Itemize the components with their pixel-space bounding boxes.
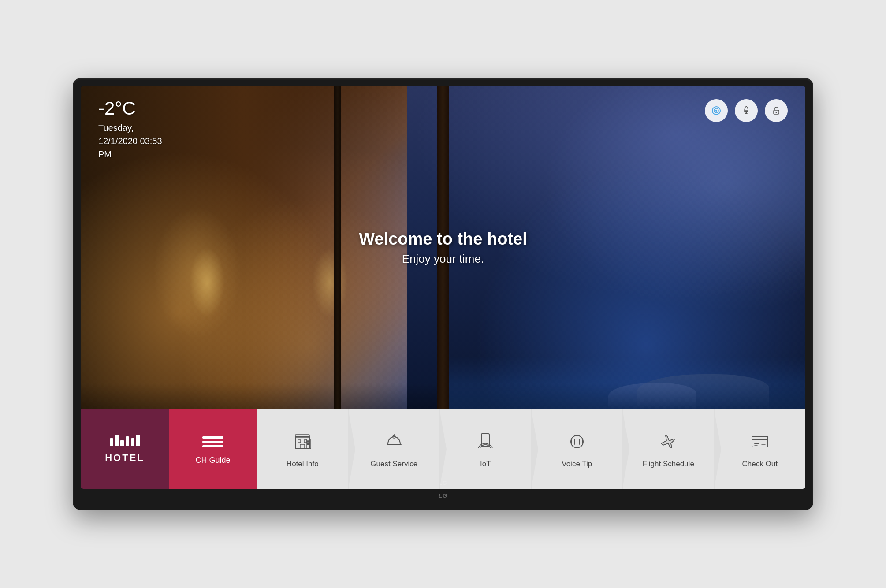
iot-label: IoT	[480, 460, 491, 469]
bell-icon	[741, 105, 752, 116]
hotel-bars-icon	[110, 435, 140, 446]
svg-rect-9	[298, 440, 301, 443]
menu-item-voice-tip[interactable]: Voice Tip	[532, 409, 623, 489]
check-out-label: Check Out	[742, 460, 778, 469]
svg-point-2	[715, 110, 717, 112]
welcome-subtitle: Enjoy your time.	[359, 252, 527, 266]
bar-4	[126, 436, 129, 446]
mountain-2	[608, 383, 696, 409]
guest-service-label: Guest Service	[370, 460, 417, 469]
bar-6	[136, 435, 140, 446]
ch-guide-line-1	[202, 436, 223, 439]
menu-bar: HOTEL CH Guide	[81, 409, 805, 489]
ch-guide-line-2	[202, 441, 223, 443]
menu-item-guest-service[interactable]: Guest Service	[349, 409, 440, 489]
voice-icon	[711, 105, 722, 116]
voice-tip-svg	[566, 431, 588, 452]
ch-guide-line-3	[202, 445, 223, 447]
datetime-display: Tuesday, 12/1/2020 03:53 PM	[98, 121, 162, 161]
bar-5	[131, 438, 134, 446]
hotel-info-label: Hotel Info	[287, 460, 319, 469]
lock-button[interactable]	[765, 99, 788, 122]
guest-service-svg	[383, 431, 405, 452]
date-time-label: 12/1/2020 03:53	[98, 136, 162, 146]
flight-schedule-label: Flight Schedule	[643, 460, 694, 469]
svg-rect-11	[300, 444, 305, 449]
menu-item-flight-schedule[interactable]: Flight Schedule	[623, 409, 715, 489]
svg-rect-7	[295, 436, 309, 449]
service-button[interactable]	[735, 99, 758, 122]
iot-svg	[475, 431, 496, 452]
welcome-text-block: Welcome to the hotel Enjoy your time.	[359, 230, 527, 266]
top-overlay: -2°C Tuesday, 12/1/2020 03:53 PM	[81, 86, 805, 174]
tv-screen: -2°C Tuesday, 12/1/2020 03:53 PM	[81, 86, 805, 489]
menu-items-area: Hotel Info Guest Service	[257, 409, 805, 489]
flight-schedule-svg	[658, 431, 679, 452]
lamp-1	[190, 247, 225, 318]
hotel-logo-section: HOTEL	[81, 409, 169, 489]
period-label: PM	[98, 149, 112, 159]
menu-item-ch-guide[interactable]: CH Guide	[169, 409, 257, 489]
menu-item-check-out[interactable]: Check Out	[715, 409, 806, 489]
guest-service-icon	[382, 430, 406, 454]
svg-rect-14	[307, 443, 309, 445]
top-icon-group	[705, 99, 788, 122]
hotel-info-icon	[290, 430, 314, 454]
lamp-2	[313, 247, 348, 318]
flight-schedule-icon	[656, 430, 680, 454]
voice-tip-label: Voice Tip	[562, 460, 592, 469]
svg-point-4	[746, 112, 747, 113]
hotel-name-label: HOTEL	[105, 452, 145, 464]
weather-time-block: -2°C Tuesday, 12/1/2020 03:53 PM	[98, 99, 162, 161]
tv-display: -2°C Tuesday, 12/1/2020 03:53 PM	[73, 78, 813, 510]
tv-brand-bezel: LG	[439, 492, 447, 499]
bar-3	[120, 440, 124, 446]
menu-item-iot[interactable]: IoT	[440, 409, 532, 489]
svg-point-6	[776, 112, 777, 113]
iot-icon	[473, 430, 497, 454]
check-out-svg	[749, 431, 771, 452]
menu-item-hotel-info[interactable]: Hotel Info	[257, 409, 349, 489]
hotel-info-svg	[292, 431, 313, 452]
temperature-display: -2°C	[98, 99, 162, 118]
svg-rect-13	[307, 441, 309, 442]
svg-rect-3	[744, 111, 748, 112]
day-label: Tuesday,	[98, 123, 134, 133]
bar-1	[110, 438, 113, 446]
check-out-icon	[748, 430, 772, 454]
voice-assistant-button[interactable]	[705, 99, 728, 122]
voice-tip-icon	[565, 430, 589, 454]
ch-guide-icon	[202, 434, 223, 450]
lock-icon	[771, 105, 782, 116]
ch-guide-label: CH Guide	[195, 456, 230, 465]
bar-2	[115, 435, 119, 446]
welcome-title: Welcome to the hotel	[359, 230, 527, 249]
